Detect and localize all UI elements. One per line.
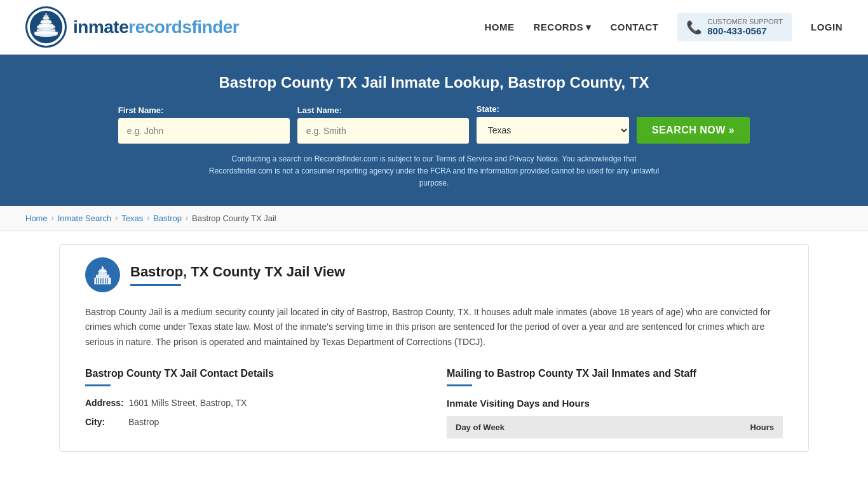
logo-area: inmaterecordsfinder xyxy=(25,6,239,48)
mailing-section-title: Mailing to Bastrop County TX Jail Inmate… xyxy=(447,368,783,379)
phone-icon: 📞 xyxy=(686,20,702,35)
two-col-layout: Bastrop County TX Jail Contact Details A… xyxy=(85,368,783,438)
contact-column: Bastrop County TX Jail Contact Details A… xyxy=(85,368,421,438)
breadcrumb-bastrop[interactable]: Bastrop xyxy=(153,214,182,223)
svg-rect-17 xyxy=(102,266,103,268)
logo-inmate: inmate xyxy=(73,17,128,37)
breadcrumb-sep-4: › xyxy=(186,214,188,222)
last-name-input[interactable] xyxy=(297,118,469,144)
disclaimer-text: Conducting a search on Recordsfinder.com… xyxy=(205,153,663,190)
svg-rect-18 xyxy=(96,278,97,283)
mailing-underline xyxy=(447,384,472,386)
table-header-day: Day of Week xyxy=(447,416,654,438)
support-label: CUSTOMER SUPPORT xyxy=(707,18,783,25)
mailing-column: Mailing to Bastrop County TX Jail Inmate… xyxy=(447,368,783,438)
first-name-label: First Name: xyxy=(118,105,290,115)
jail-icon xyxy=(85,257,120,292)
breadcrumb-sep-3: › xyxy=(147,214,149,222)
chevron-down-icon: ▾ xyxy=(586,22,592,33)
last-name-group: Last Name: xyxy=(297,105,469,144)
visiting-table: Day of Week Hours xyxy=(447,416,783,438)
breadcrumb: Home › Inmate Search › Texas › Bastrop ›… xyxy=(0,206,868,231)
jail-title-block: Bastrop, TX County TX Jail View xyxy=(130,264,345,286)
title-underline xyxy=(130,284,181,286)
nav-home[interactable]: HOME xyxy=(484,22,514,32)
nav-login[interactable]: LOGIN xyxy=(811,22,843,32)
search-button[interactable]: SEARCH NOW » xyxy=(637,117,750,144)
contact-section-title: Bastrop County TX Jail Contact Details xyxy=(85,368,421,379)
table-header-hours: Hours xyxy=(654,416,783,438)
breadcrumb-current: Bastrop County TX Jail xyxy=(192,214,276,223)
first-name-group: First Name: xyxy=(118,105,290,144)
city-value: Bastrop xyxy=(128,417,159,427)
svg-rect-22 xyxy=(105,278,105,283)
logo-records: records xyxy=(128,17,191,37)
breadcrumb-inmate-search[interactable]: Inmate Search xyxy=(58,214,112,223)
nav-records-label: RECORDS xyxy=(533,22,583,32)
first-name-input[interactable] xyxy=(118,118,290,144)
svg-rect-7 xyxy=(41,20,51,24)
hero-banner: Bastrop County TX Jail Inmate Lookup, Ba… xyxy=(0,55,868,206)
last-name-label: Last Name: xyxy=(297,105,469,115)
main-content: Bastrop, TX County TX Jail View Bastrop … xyxy=(59,244,809,452)
breadcrumb-sep-2: › xyxy=(115,214,118,222)
breadcrumb-texas[interactable]: Texas xyxy=(121,214,143,223)
nav-contact[interactable]: CONTACT xyxy=(611,22,659,32)
svg-rect-10 xyxy=(46,13,47,17)
support-text: CUSTOMER SUPPORT 800-433-0567 xyxy=(707,18,783,36)
contact-underline xyxy=(85,384,111,386)
nav-records[interactable]: RECORDS ▾ xyxy=(533,22,591,33)
svg-rect-19 xyxy=(98,278,99,283)
support-number: 800-433-0567 xyxy=(707,25,783,36)
state-select[interactable]: Texas Alabama Alaska Arizona Arkansas Ca… xyxy=(477,117,629,144)
jail-title: Bastrop, TX County TX Jail View xyxy=(130,264,345,280)
search-form: First Name: Last Name: State: Texas Alab… xyxy=(25,104,843,144)
support-box[interactable]: 📞 CUSTOMER SUPPORT 800-433-0567 xyxy=(677,13,792,41)
breadcrumb-sep-1: › xyxy=(51,214,54,222)
logo-finder: finder xyxy=(191,17,239,37)
svg-rect-21 xyxy=(103,278,104,283)
hero-title: Bastrop County TX Jail Inmate Lookup, Ba… xyxy=(25,74,843,92)
svg-rect-20 xyxy=(100,278,101,283)
state-group: State: Texas Alabama Alaska Arizona Arka… xyxy=(477,104,629,144)
city-label: City: xyxy=(85,417,123,427)
svg-rect-2 xyxy=(34,32,58,34)
main-nav: HOME RECORDS ▾ CONTACT 📞 CUSTOMER SUPPOR… xyxy=(484,13,843,41)
logo-text: inmaterecordsfinder xyxy=(73,17,239,37)
breadcrumb-home[interactable]: Home xyxy=(25,214,48,223)
logo-icon xyxy=(25,6,67,48)
city-row: City: Bastrop xyxy=(85,417,421,427)
jail-description: Bastrop County Jail is a medium security… xyxy=(85,305,783,350)
svg-rect-23 xyxy=(107,278,108,283)
site-header: inmaterecordsfinder HOME RECORDS ▾ CONTA… xyxy=(0,0,868,55)
visiting-title: Inmate Visiting Days and Hours xyxy=(447,398,783,409)
address-label: Address: xyxy=(85,398,124,408)
state-label: State: xyxy=(477,104,629,114)
jail-header: Bastrop, TX County TX Jail View xyxy=(85,257,783,292)
address-row: Address: 1601 Mills Street, Bastrop, TX xyxy=(85,398,421,408)
address-value: 1601 Mills Street, Bastrop, TX xyxy=(129,398,247,408)
